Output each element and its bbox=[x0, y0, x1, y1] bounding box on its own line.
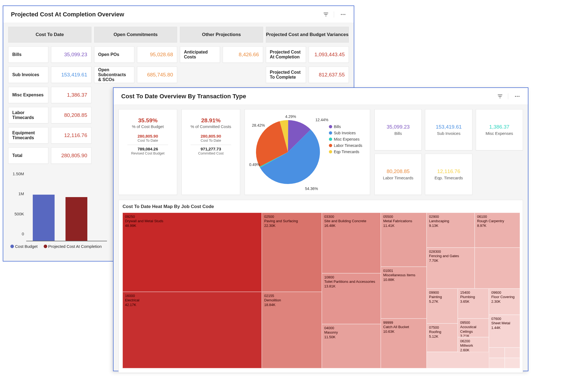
stat-grid: 35,099.23 Bills153,419.61 Sub Invoices1,… bbox=[374, 109, 523, 195]
legend-item[interactable]: Misc Expenses bbox=[329, 137, 362, 141]
pct-sub-label: Revised Cost Budget bbox=[124, 151, 172, 155]
stat-label: Sub Invoices bbox=[437, 131, 460, 136]
stat-value: 153,419.61 bbox=[436, 124, 462, 130]
bar-chart: 0500K1M1.50M Cost BudgetProjected Cost A… bbox=[8, 171, 109, 251]
pct-card: 35.59% % of Cost Budget 280,805.90 Cost … bbox=[118, 109, 177, 195]
legend-item[interactable]: Bills bbox=[329, 124, 362, 129]
metric-value: 12,116.76 bbox=[51, 127, 91, 144]
heatmap-cell[interactable] bbox=[475, 248, 520, 289]
pct-sub-label: Cost To Date bbox=[187, 138, 235, 142]
svg-point-3 bbox=[515, 96, 516, 97]
filter-icon[interactable] bbox=[323, 11, 329, 17]
pie-label-misc: 0.49% bbox=[249, 162, 260, 167]
axis-tick: 500K bbox=[9, 211, 24, 216]
pie-chart: 4.29% 12.44% 28.42% 0.49% 54.36% BillsSu… bbox=[245, 109, 370, 195]
heatmap-cell[interactable]: 04000Masonry11.50K bbox=[322, 324, 381, 368]
panel-title: Projected Cost At Completion Overview bbox=[11, 11, 124, 18]
metric-label: Bills bbox=[8, 46, 48, 63]
heatmap-cell[interactable]: 15400Plumbing3.65K bbox=[458, 289, 489, 319]
metric-label: Labor Timecards bbox=[8, 107, 48, 123]
metric-label: Projected Cost To Complete bbox=[266, 67, 306, 83]
metric-value: 1,093,443.45 bbox=[309, 46, 349, 63]
axis-tick: 1M bbox=[9, 191, 24, 196]
metric-label: Sub Invoices bbox=[8, 67, 48, 83]
svg-point-1 bbox=[343, 14, 344, 15]
pct-label: % of Cost Budget bbox=[124, 124, 172, 129]
panel-header: Projected Cost At Completion Overview bbox=[3, 6, 354, 23]
axis-tick: 1.50M bbox=[9, 171, 24, 176]
heatmap-cell[interactable]: 99999Catch All Bucket10.63K bbox=[381, 319, 427, 368]
summary-row: 35.59% % of Cost Budget 280,805.90 Cost … bbox=[118, 109, 523, 195]
heatmap-cell[interactable]: 06100Rough Carpentry8.97K bbox=[475, 213, 520, 248]
stat-value: 12,116.76 bbox=[437, 168, 460, 174]
bar[interactable] bbox=[66, 197, 87, 241]
pie-label-bills: 12.44% bbox=[316, 118, 328, 122]
heatmap-cell[interactable]: 028300Fencing and Gates7.70K bbox=[427, 248, 475, 289]
heatmap-title: Cost To Date Heat Map By Job Cost Code bbox=[123, 204, 519, 209]
bar[interactable] bbox=[33, 195, 55, 241]
heatmap-cell[interactable]: 05500Metal Fabrications11.41K bbox=[381, 213, 427, 267]
column-header: Other Projections bbox=[180, 27, 263, 43]
panel-header: Cost To Date Overview By Transaction Typ… bbox=[114, 88, 528, 105]
legend-item[interactable]: Labor Timecards bbox=[329, 143, 362, 148]
stat-card: 35,099.23 Bills bbox=[374, 109, 422, 150]
metric-label: Total bbox=[8, 147, 48, 164]
heatmap-cell[interactable]: 09600Floor Covering2.30K bbox=[489, 289, 520, 315]
heatmap-cell[interactable]: 06200Millwork2.60K bbox=[458, 337, 489, 354]
pie-legend: BillsSub InvoicesMisc ExpensesLabor Time… bbox=[329, 123, 362, 190]
stat-card: 80,208.85 Labor Timecards bbox=[374, 154, 422, 195]
metric-value: 685,745.80 bbox=[137, 67, 177, 83]
stat-label: Misc Expenses bbox=[486, 131, 513, 136]
heatmap-cell[interactable] bbox=[505, 348, 520, 358]
column-header: Projected Cost and Budget Variances bbox=[266, 27, 349, 43]
heatmap-cell[interactable]: 02900Landscaping9.13K bbox=[427, 213, 475, 248]
more-icon[interactable] bbox=[334, 11, 346, 17]
metric-value: 8,426.66 bbox=[223, 46, 263, 63]
pie-label-eqp: 4.29% bbox=[285, 114, 296, 119]
heatmap-cell[interactable]: 03300Site and Building Concrete16.48K bbox=[322, 213, 381, 273]
panel-cost-to-date-overview: Cost To Date Overview By Transaction Typ… bbox=[113, 87, 528, 371]
heatmap-cell[interactable]: 02155Demolition18.84K bbox=[262, 292, 322, 368]
pct-value: 35.59% bbox=[124, 117, 172, 124]
pct-label: % of Committed Costs bbox=[187, 124, 235, 129]
heatmap-cell[interactable]: 02500Paving and Surfacing22.30K bbox=[262, 213, 322, 292]
stat-value: 1,386.37 bbox=[489, 124, 509, 130]
filter-icon[interactable] bbox=[497, 93, 503, 99]
stat-value: 80,208.85 bbox=[386, 168, 410, 174]
pct-sub-value: 971,277.73 bbox=[187, 147, 235, 151]
heatmap-cell[interactable]: 16000Electrical42.17K bbox=[123, 292, 262, 368]
stat-card: 1,386.37 Misc Expenses bbox=[476, 109, 523, 150]
column-headers: Cost To DateOpen CommitmentsOther Projec… bbox=[8, 27, 349, 43]
metric-label: Open Subcontracts & SCOs bbox=[94, 67, 134, 83]
heatmap-cell[interactable]: 09250Drywall and Metal Studs48.99K bbox=[123, 213, 262, 292]
metric-label: Open POs bbox=[94, 46, 134, 63]
svg-point-0 bbox=[341, 14, 342, 15]
heatmap-cell[interactable]: 07600Sheet Metal1.44K bbox=[489, 315, 520, 348]
pct-sub-value: 280,805.90 bbox=[124, 134, 172, 138]
axis-tick: 0 bbox=[9, 231, 24, 236]
heatmap-cell[interactable]: 10800Toilet Partitions and Accessories13… bbox=[322, 273, 381, 324]
heatmap-cell[interactable]: 01001Miscellaneous Items10.88K bbox=[381, 267, 427, 319]
pct-sub-value: 280,805.90 bbox=[187, 134, 235, 138]
heatmap-cell[interactable]: 09900Painting5.27K bbox=[427, 289, 458, 323]
svg-point-5 bbox=[519, 96, 520, 97]
metric-value: 35,099.23 bbox=[51, 46, 91, 63]
legend-item[interactable]: Sub Invoices bbox=[329, 131, 362, 135]
column-header: Cost To Date bbox=[8, 27, 91, 43]
heatmap-cell[interactable]: 07500Roofing5.12K bbox=[427, 323, 458, 352]
pct-sub-label: Cost To Date bbox=[124, 138, 172, 142]
metric-value: 280,805.90 bbox=[51, 147, 91, 164]
heatmap-cell[interactable] bbox=[505, 358, 520, 368]
heatmap-cell[interactable]: 09500Acoustical Ceilings3.21K bbox=[458, 319, 489, 337]
stat-label: Labor Timecards bbox=[383, 176, 414, 180]
heatmap-cell[interactable] bbox=[489, 348, 505, 358]
legend-item[interactable]: Projected Cost At Completion bbox=[44, 244, 102, 249]
legend-item[interactable]: Cost Budget bbox=[10, 244, 38, 249]
legend-item[interactable]: Eqp Timecards bbox=[329, 150, 362, 154]
more-icon[interactable] bbox=[508, 93, 520, 99]
metric-label: Projected Cost At Completion bbox=[266, 46, 306, 63]
heatmap-cell[interactable] bbox=[489, 358, 505, 368]
heatmap: Cost To Date Heat Map By Job Cost Code 0… bbox=[118, 200, 523, 373]
stat-label: Eqp. Timecards bbox=[435, 176, 463, 180]
pie-label-labor: 28.42% bbox=[252, 123, 265, 127]
